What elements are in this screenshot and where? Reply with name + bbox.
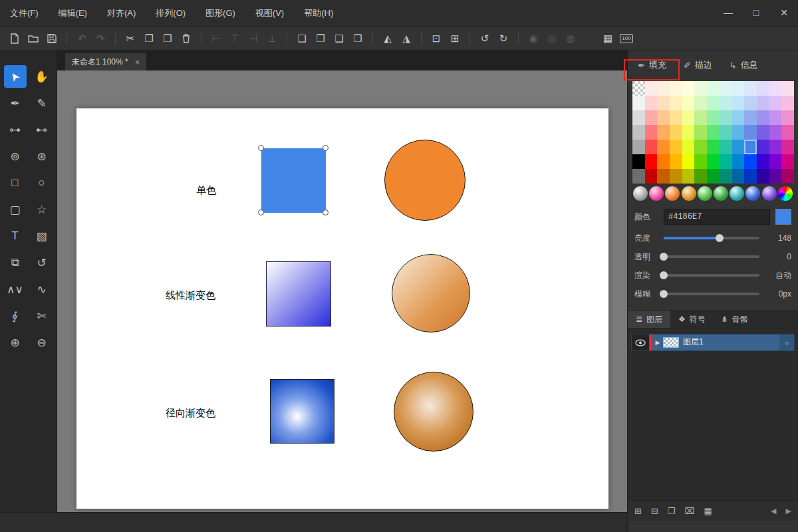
crop-button[interactable]: ⊡ — [427, 30, 446, 47]
gradient-swatch-amber[interactable] — [682, 186, 696, 201]
document-tab[interactable]: 未命名1 100% * × — [65, 53, 146, 70]
palette-swatch[interactable] — [732, 81, 745, 96]
delete-layer-button[interactable]: ⌧ — [684, 506, 694, 516]
visibility-toggle[interactable] — [632, 334, 649, 350]
prev-page-button[interactable]: ◀ — [771, 507, 776, 515]
palette-swatch[interactable] — [781, 125, 794, 140]
slider-track[interactable] — [664, 274, 759, 277]
close-button[interactable]: ✕ — [770, 0, 798, 26]
palette-swatch[interactable] — [657, 169, 670, 184]
grid-button[interactable]: ▦ — [598, 30, 617, 47]
gradient-swatch-rainbow[interactable] — [778, 186, 793, 201]
align-left-button[interactable]: ⊢ — [207, 30, 225, 47]
palette-swatch[interactable] — [707, 140, 720, 154]
rotate-tool[interactable]: ↺ — [31, 251, 53, 274]
select-tool[interactable]: ➤ — [4, 65, 27, 88]
rotate-ccw-button[interactable]: ↺ — [475, 30, 494, 47]
send-backward-button[interactable]: ❑ — [330, 30, 348, 47]
canvas-viewport[interactable]: 单色 线性渐变色 径向渐变色 — [57, 70, 627, 512]
intersect-button[interactable]: ◍ — [561, 30, 580, 47]
open-file-button[interactable] — [24, 30, 43, 47]
palette-swatch[interactable] — [645, 140, 658, 154]
palette-swatch[interactable] — [632, 110, 645, 125]
tab-fill[interactable]: ✒ 填充 — [629, 55, 675, 75]
tab-info[interactable]: ↳ 信息 — [721, 55, 767, 75]
palette-swatch[interactable] — [732, 125, 745, 140]
edit-path-tool[interactable]: ⊛ — [31, 145, 53, 168]
pencil-tool[interactable]: ✎ — [31, 92, 53, 114]
menu-align[interactable]: 对齐(A) — [97, 0, 146, 26]
node-select-tool[interactable]: ⊶ — [4, 118, 27, 141]
slider-track[interactable] — [664, 255, 759, 258]
maximize-button[interactable]: □ — [742, 0, 770, 26]
palette-swatch[interactable] — [694, 154, 707, 169]
palette-swatch[interactable] — [720, 140, 732, 154]
add-node-tool[interactable]: ⊚ — [4, 145, 27, 168]
rotate-cw-button[interactable]: ↻ — [494, 30, 513, 47]
layer-row[interactable]: ▶ 图层1 ○ — [631, 334, 795, 351]
palette-swatch[interactable] — [657, 110, 670, 125]
palette-swatch[interactable] — [720, 169, 732, 184]
palette-swatch[interactable] — [682, 96, 695, 110]
slider-thumb[interactable] — [660, 253, 668, 261]
palette-swatch[interactable] — [757, 140, 769, 154]
palette-swatch[interactable] — [769, 154, 782, 169]
solid-blue-square[interactable] — [261, 148, 326, 213]
save-button[interactable] — [43, 30, 61, 47]
menu-arrange[interactable]: 排列(O) — [146, 0, 196, 26]
rectangle-tool[interactable]: □ — [4, 172, 27, 194]
palette-swatch[interactable] — [707, 169, 720, 184]
palette-swatch[interactable] — [732, 140, 745, 154]
palette-swatch[interactable] — [657, 96, 670, 110]
minimize-button[interactable]: — — [714, 0, 742, 26]
palette-swatch[interactable] — [670, 110, 682, 125]
palette-swatch[interactable] — [657, 81, 670, 96]
solid-orange-circle[interactable] — [384, 140, 466, 221]
palette-swatch[interactable] — [645, 154, 658, 169]
palette-swatch[interactable] — [744, 81, 757, 96]
palette-swatch[interactable] — [744, 125, 757, 140]
wave-tool[interactable]: ∿ — [31, 278, 53, 301]
slider-thumb[interactable] — [660, 290, 668, 298]
tab-stroke[interactable]: ✐ 描边 — [675, 55, 721, 75]
bring-to-front-button[interactable]: ❏ — [293, 30, 311, 47]
palette-swatch[interactable] — [757, 96, 769, 110]
palette-swatch[interactable] — [694, 81, 707, 96]
expand-canvas-button[interactable]: ⊞ — [446, 30, 464, 47]
palette-swatch[interactable] — [757, 169, 769, 184]
selection-handle[interactable] — [323, 209, 329, 215]
palette-swatch[interactable] — [670, 96, 682, 110]
palette-swatch[interactable] — [732, 96, 745, 110]
palette-swatch[interactable] — [781, 81, 794, 96]
palette-swatch[interactable] — [744, 110, 757, 125]
undo-button[interactable]: ↶ — [72, 30, 91, 47]
palette-swatch[interactable] — [732, 169, 745, 184]
gradient-swatch-blue[interactable] — [745, 186, 760, 201]
palette-swatch[interactable] — [769, 125, 782, 140]
duplicate-layer-button[interactable]: ❐ — [668, 506, 676, 516]
palette-swatch[interactable] — [682, 125, 695, 140]
tab-bones[interactable]: ⋔ 骨骼 — [714, 311, 756, 328]
flip-horizontal-button[interactable]: ◭ — [378, 30, 397, 47]
star-tool[interactable]: ☆ — [31, 198, 53, 221]
palette-swatch[interactable] — [781, 169, 794, 184]
palette-swatch[interactable] — [744, 154, 757, 169]
copy-button[interactable]: ❐ — [140, 30, 158, 47]
menu-shape[interactable]: 图形(G) — [196, 0, 245, 26]
gradient-swatch-gray[interactable] — [633, 186, 648, 201]
layer-name[interactable]: 图层1 — [679, 334, 779, 350]
palette-swatch[interactable] — [670, 81, 682, 96]
palette-swatch[interactable] — [645, 125, 658, 140]
palette-swatch[interactable] — [769, 96, 782, 110]
palette-swatch[interactable] — [694, 125, 707, 140]
new-group-button[interactable]: ⊟ — [651, 506, 658, 516]
palette-swatch[interactable] — [720, 110, 732, 125]
hand-tool[interactable]: ✋ — [31, 65, 53, 88]
slider-thumb[interactable] — [660, 271, 668, 279]
palette-swatch[interactable] — [670, 154, 682, 169]
bubble-tool[interactable]: ▢ — [4, 198, 27, 221]
palette-swatch[interactable] — [720, 125, 732, 140]
gradient-swatch-green[interactable] — [698, 186, 712, 201]
palette-swatch[interactable] — [682, 140, 695, 154]
menu-help[interactable]: 帮助(H) — [294, 0, 343, 26]
